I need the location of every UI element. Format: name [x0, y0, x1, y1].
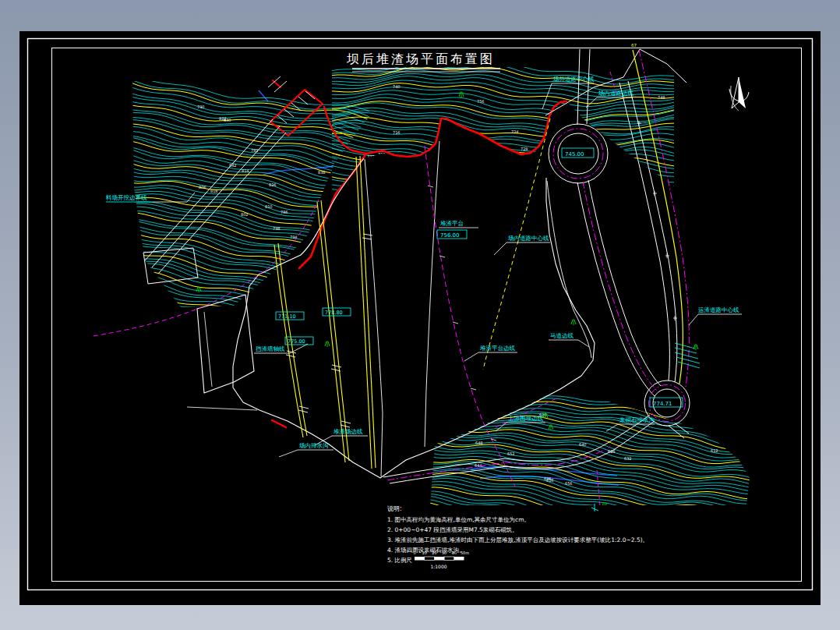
spot-elevation: 838	[318, 170, 326, 175]
note-item-1: 1. 图中高程均为黄海高程,单位m,其余尺寸单位为cm。	[387, 516, 530, 523]
spot-elevation: 810	[265, 204, 273, 209]
label-masonry-drain: 浆砌石排水沟	[619, 416, 655, 423]
label-elev-box-1: 771.10	[278, 313, 296, 320]
label-cofferdam-edge: 上游围堰边线	[508, 415, 544, 422]
label-quarry-edge: 料场开挖边界线	[105, 194, 147, 201]
scale-tick-0: 0	[413, 550, 415, 555]
note-item-2: 2. 0+00~0+47 段挡渣墙采用M7.5浆砌石砌筑。	[387, 526, 518, 533]
scale-tick-4: 40	[452, 550, 457, 555]
cad-drawing: 8428388348308268228188148108068027987947…	[0, 0, 840, 630]
spot-elevation: 724	[511, 129, 519, 134]
label-road-edge: 场内道路边线	[598, 90, 634, 97]
spot-elevation: 652	[507, 451, 515, 456]
spot-elevation: 728	[521, 147, 528, 151]
label-platform-elev: 756.00	[440, 232, 460, 239]
spot-elevation: 806	[199, 185, 206, 189]
label-berm-edge: 马道边线	[550, 332, 574, 339]
page-title: 坝后堆渣场平面布置图	[346, 51, 495, 66]
scale-tick-3: 30	[442, 550, 446, 555]
scale-tick-5: 50m	[461, 550, 469, 555]
label-loop-bottom-elev: 774.71	[653, 401, 672, 407]
spot-elevation: 786	[281, 210, 288, 214]
spot-elevation: 826	[269, 182, 277, 187]
label-loop-top-elev: 745.00	[565, 151, 584, 158]
spot-elevation: 648	[475, 441, 483, 445]
spot-elevation: 802	[241, 212, 249, 217]
label-station-67: 67	[631, 43, 637, 48]
spot-elevation: 790	[197, 104, 205, 109]
spot-elevation: 640	[579, 442, 587, 447]
label-wall-axis: 挡渣墙轴线	[256, 345, 285, 352]
spot-elevation: 740	[393, 84, 401, 89]
label-station-10: 10	[602, 501, 607, 506]
label-platform: 堆渣平台	[439, 220, 464, 227]
label-road-center-in: 场内道路中心线	[507, 235, 549, 242]
title-block: 坝后堆渣场平面布置图	[346, 51, 500, 72]
note-item-5: 5. 比例尺	[387, 557, 412, 564]
scale-tick-2: 20	[432, 550, 436, 555]
label-yard-edge: 堆渣场边线	[333, 428, 363, 435]
spot-elevation: 782	[251, 148, 259, 153]
spot-elevation: 822	[219, 116, 227, 121]
spot-elevation: 632	[624, 456, 632, 461]
scale-tick-1: 10	[422, 550, 427, 555]
spot-elevation: 756	[477, 99, 485, 104]
spot-elevation: 656	[565, 481, 573, 486]
spot-elevation: 798	[273, 226, 281, 231]
note-item-3: 3. 堆渣前先施工挡渣墙,堆渣时由下而上分层堆放,渣顶平台及边坡按设计要求整平(…	[387, 536, 648, 543]
spot-elevation: 716	[393, 130, 401, 135]
spot-elevation: 814	[242, 168, 249, 173]
spot-elevation: 612	[711, 448, 718, 453]
label-elev-box-3: 775.00	[288, 338, 305, 345]
spot-elevation: 616	[546, 478, 554, 483]
spot-elevation: 818	[210, 189, 218, 193]
spot-elevation: 748	[658, 95, 665, 100]
scale-caption: 1:1000	[430, 564, 446, 569]
label-elev-box-2: 778.80	[325, 310, 343, 316]
label-haul-road: 运渣道路中心线	[698, 306, 739, 313]
label-road-center-out: 场外道路中心线	[552, 76, 595, 83]
label-platform-edge: 堆渣平台边线	[479, 345, 516, 352]
label-drain-edge: 场内排水沟	[298, 442, 329, 449]
notes-heading: 说明:	[387, 505, 402, 512]
